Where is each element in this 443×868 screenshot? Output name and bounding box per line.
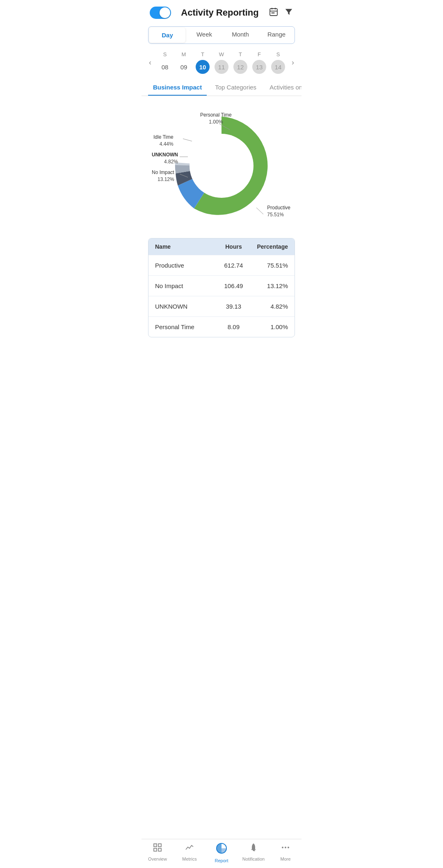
calendar-week: ‹ S 08 M 09 T 10 W 11 T 12 F 13 S 14 › xyxy=(142,48,301,76)
day-letter-t2: T xyxy=(239,51,242,57)
cell-hours-productive: 612.74 xyxy=(215,262,251,269)
day-num-14: 14 xyxy=(271,60,285,74)
day-letter-m: M xyxy=(182,51,186,57)
svg-rect-0 xyxy=(270,9,277,16)
day-letter-t1: T xyxy=(201,51,204,57)
table-row-no-impact[interactable]: No Impact 106.49 13.12% xyxy=(148,275,295,296)
cell-pct-productive: 75.51% xyxy=(252,262,288,269)
period-month[interactable]: Month xyxy=(222,27,258,44)
calendar-days: S 08 M 09 T 10 W 11 T 12 F 13 S 14 xyxy=(155,51,288,74)
day-num-08: 08 xyxy=(158,60,172,74)
cell-name-productive: Productive xyxy=(155,262,215,269)
tab-business-impact[interactable]: Business Impact xyxy=(148,80,207,96)
period-range[interactable]: Range xyxy=(258,27,295,44)
donut-chart xyxy=(160,104,283,227)
period-selector: Day Week Month Range xyxy=(148,26,295,44)
cell-pct-unknown: 4.82% xyxy=(252,303,288,310)
svg-rect-5 xyxy=(273,12,274,14)
day-letter-s2: S xyxy=(276,51,280,57)
day-num-11: 11 xyxy=(215,60,228,74)
period-week[interactable]: Week xyxy=(186,27,222,44)
cell-name-unknown: UNKNOWN xyxy=(155,303,215,310)
cell-hours-unknown: 39.13 xyxy=(215,303,251,310)
col-header-percentage: Percentage xyxy=(252,243,288,250)
period-day[interactable]: Day xyxy=(149,27,185,43)
day-num-10: 10 xyxy=(196,60,210,74)
day-num-09: 09 xyxy=(177,60,191,74)
table-row-productive[interactable]: Productive 612.74 75.51% xyxy=(148,255,295,275)
toggle-switch[interactable] xyxy=(150,7,171,19)
tab-top-categories[interactable]: Top Categories xyxy=(210,80,261,96)
svg-rect-4 xyxy=(272,12,273,14)
day-num-12: 12 xyxy=(233,60,247,74)
svg-marker-6 xyxy=(285,9,292,15)
chart-section: Personal Time 1.00% Idle Time 4.44% UNKN… xyxy=(142,96,301,231)
cal-day-sat[interactable]: S 14 xyxy=(271,51,285,74)
cal-day-mon[interactable]: M 09 xyxy=(177,51,191,74)
table-row-personal-time[interactable]: Personal Time 8.09 1.00% xyxy=(148,316,295,337)
col-header-hours: Hours xyxy=(215,243,251,250)
day-letter-s1: S xyxy=(163,51,167,57)
svg-point-7 xyxy=(190,134,253,198)
cell-hours-no-impact: 106.49 xyxy=(215,282,251,289)
calendar-icon[interactable] xyxy=(269,7,279,19)
page-title: Activity Reporting xyxy=(181,7,258,18)
day-letter-f: F xyxy=(258,51,261,57)
cell-hours-personal-time: 8.09 xyxy=(215,323,251,330)
header-icons xyxy=(269,7,293,19)
day-letter-w: W xyxy=(219,51,224,57)
data-table: Name Hours Percentage Productive 612.74 … xyxy=(148,238,295,337)
filter-icon[interactable] xyxy=(284,7,293,18)
table-header: Name Hours Percentage xyxy=(148,238,295,255)
cell-name-no-impact: No Impact xyxy=(155,282,215,289)
header: Activity Reporting xyxy=(142,0,301,22)
tab-activities-on-system[interactable]: Activities on System xyxy=(265,80,301,96)
cal-day-sun[interactable]: S 08 xyxy=(158,51,172,74)
cell-pct-no-impact: 13.12% xyxy=(252,282,288,289)
cal-day-tue[interactable]: T 10 xyxy=(196,51,210,74)
cal-day-thu[interactable]: T 12 xyxy=(233,51,247,74)
cal-day-wed[interactable]: W 11 xyxy=(215,51,228,74)
section-tabs: Business Impact Top Categories Activitie… xyxy=(142,80,301,96)
day-num-13: 13 xyxy=(252,60,266,74)
cell-pct-personal-time: 1.00% xyxy=(252,323,288,330)
next-week-arrow[interactable]: › xyxy=(288,56,297,69)
cell-name-personal-time: Personal Time xyxy=(155,323,215,330)
prev-week-arrow[interactable]: ‹ xyxy=(146,56,155,69)
table-row-unknown[interactable]: UNKNOWN 39.13 4.82% xyxy=(148,296,295,316)
cal-day-fri[interactable]: F 13 xyxy=(252,51,266,74)
col-header-name: Name xyxy=(155,243,215,250)
